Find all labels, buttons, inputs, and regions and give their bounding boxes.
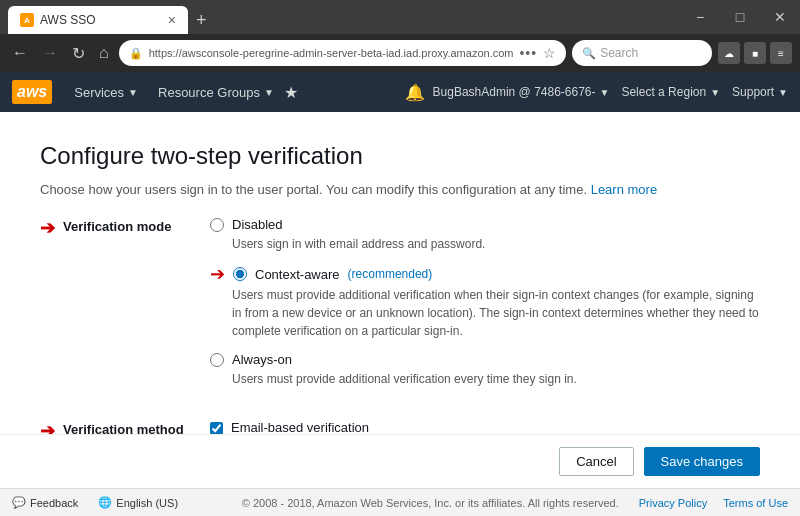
address-bar[interactable]: 🔒 https://awsconsole-peregrine-admin-ser… bbox=[119, 40, 567, 66]
copyright-text: © 2008 - 2018, Amazon Web Services, Inc.… bbox=[242, 497, 619, 509]
option-context-aware: ➔ Context-aware (recommended) Users must… bbox=[210, 265, 760, 340]
lock-icon: 🔒 bbox=[129, 47, 143, 60]
option-disabled: Disabled Users sign in with email addres… bbox=[210, 217, 760, 253]
nav-support[interactable]: Support ▼ bbox=[732, 85, 788, 99]
support-chevron-icon: ▼ bbox=[778, 87, 788, 98]
option-always-on-desc: Users must provide additional verificati… bbox=[232, 370, 760, 388]
nav-services[interactable]: Services ▼ bbox=[64, 72, 148, 112]
feedback-item[interactable]: 💬 Feedback bbox=[12, 496, 78, 509]
globe-icon: 🌐 bbox=[98, 496, 112, 509]
search-box[interactable]: 🔍 Search bbox=[572, 40, 712, 66]
address-text: https://awsconsole-peregrine-admin-serve… bbox=[149, 47, 514, 59]
subtitle: Choose how your users sign in to the use… bbox=[40, 182, 760, 197]
close-window-button[interactable]: ✕ bbox=[760, 0, 800, 34]
forward-button[interactable]: → bbox=[38, 42, 62, 64]
options-col: Disabled Users sign in with email addres… bbox=[210, 217, 760, 400]
arrow-icon-context: ➔ bbox=[210, 265, 225, 283]
privacy-policy-link[interactable]: Privacy Policy bbox=[639, 497, 707, 509]
nav-region[interactable]: Select a Region ▼ bbox=[621, 85, 720, 99]
chat-icon: 💬 bbox=[12, 496, 26, 509]
aws-logo: aws bbox=[12, 80, 52, 104]
back-button[interactable]: ← bbox=[8, 42, 32, 64]
nav-resource-groups[interactable]: Resource Groups ▼ bbox=[148, 72, 284, 112]
addon-icon-2[interactable]: ■ bbox=[744, 42, 766, 64]
services-chevron-icon: ▼ bbox=[128, 87, 138, 98]
browser-tab[interactable]: A AWS SSO × bbox=[8, 6, 188, 34]
main-content: Configure two-step verification Choose h… bbox=[0, 112, 800, 488]
tab-title: AWS SSO bbox=[40, 13, 96, 27]
terms-of-use-link[interactable]: Terms of Use bbox=[723, 497, 788, 509]
home-button[interactable]: ⌂ bbox=[95, 42, 113, 64]
addon-icon-1[interactable]: ☁ bbox=[718, 42, 740, 64]
recommended-badge: (recommended) bbox=[348, 267, 433, 281]
nav-bell-icon[interactable]: 🔔 bbox=[405, 83, 425, 102]
status-bar: 💬 Feedback 🌐 English (US) © 2008 - 2018,… bbox=[0, 488, 800, 516]
tab-favicon: A bbox=[20, 13, 34, 27]
learn-more-link[interactable]: Learn more bbox=[591, 182, 657, 197]
option-disabled-label: Disabled bbox=[232, 217, 283, 232]
arrow-icon-mode: ➔ bbox=[40, 219, 55, 237]
verification-mode-label: ➔ Verification mode bbox=[40, 217, 210, 400]
search-placeholder: Search bbox=[600, 46, 638, 60]
minimize-button[interactable]: − bbox=[680, 0, 720, 34]
maximize-button[interactable]: □ bbox=[720, 0, 760, 34]
radio-context-aware[interactable] bbox=[233, 267, 247, 281]
search-icon: 🔍 bbox=[582, 47, 596, 60]
option-always-on: Always-on Users must provide additional … bbox=[210, 352, 760, 388]
tab-close-icon[interactable]: × bbox=[168, 12, 176, 28]
new-tab-button[interactable]: + bbox=[188, 6, 215, 34]
cancel-button[interactable]: Cancel bbox=[559, 447, 633, 476]
aws-navbar: aws Services ▼ Resource Groups ▼ ★ 🔔 Bug… bbox=[0, 72, 800, 112]
resource-groups-chevron-icon: ▼ bbox=[264, 87, 274, 98]
save-button[interactable]: Save changes bbox=[644, 447, 760, 476]
option-disabled-desc: Users sign in with email address and pas… bbox=[232, 235, 760, 253]
action-bar: Cancel Save changes bbox=[0, 434, 800, 488]
option-context-aware-label: Context-aware bbox=[255, 267, 340, 282]
nav-user[interactable]: BugBashAdmin @ 7486-6676- ▼ bbox=[433, 85, 610, 99]
radio-disabled[interactable] bbox=[210, 218, 224, 232]
method-title: Email-based verification bbox=[231, 420, 553, 435]
option-always-on-label: Always-on bbox=[232, 352, 292, 367]
verification-mode-section: ➔ Verification mode Disabled Users sign … bbox=[40, 217, 760, 400]
option-context-aware-desc: Users must provide additional verificati… bbox=[232, 286, 760, 340]
user-chevron-icon: ▼ bbox=[600, 87, 610, 98]
bookmark-icon[interactable]: ☆ bbox=[543, 45, 556, 61]
region-chevron-icon: ▼ bbox=[710, 87, 720, 98]
refresh-button[interactable]: ↻ bbox=[68, 42, 89, 65]
radio-always-on[interactable] bbox=[210, 353, 224, 367]
language-item[interactable]: 🌐 English (US) bbox=[98, 496, 178, 509]
nav-bookmark-icon[interactable]: ★ bbox=[284, 83, 298, 102]
dots-icon: ••• bbox=[519, 45, 537, 61]
aws-logo-text: aws bbox=[17, 83, 47, 100]
addon-icon-3[interactable]: ≡ bbox=[770, 42, 792, 64]
page-title: Configure two-step verification bbox=[40, 142, 760, 170]
